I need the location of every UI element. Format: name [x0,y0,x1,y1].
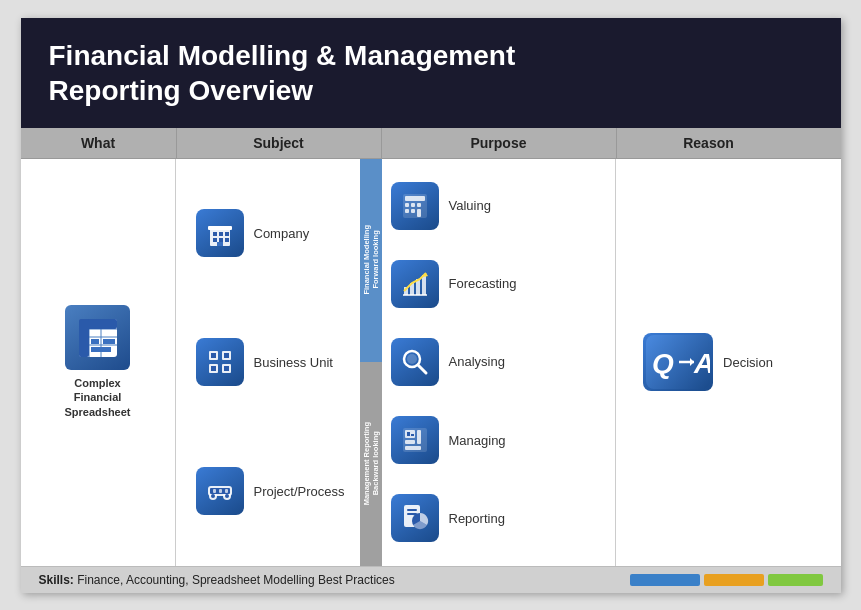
svg-rect-44 [417,209,421,217]
band-container: Financial ModellingForward looking Manag… [360,159,382,566]
col-header-what: What [21,128,176,158]
project-icon [196,467,244,515]
subject-item-project: Project/Process [196,467,345,515]
svg-rect-17 [219,238,223,242]
svg-rect-12 [208,226,232,230]
svg-rect-39 [405,203,409,207]
svg-rect-18 [225,238,229,242]
spreadsheet-icon [65,305,130,370]
subject-item-company: Company [196,209,310,257]
svg-rect-15 [225,232,229,236]
svg-rect-38 [405,196,425,201]
forecasting-icon [391,260,439,308]
svg-point-32 [225,494,229,498]
purpose-item-reporting: Reporting [391,494,605,542]
svg-rect-48 [422,275,426,295]
svg-rect-62 [407,509,417,511]
subject-label-project: Project/Process [254,484,345,499]
purpose-label-valuing: Valuing [449,198,491,213]
valuing-icon [391,182,439,230]
band-bottom-text: Management ReportingBackward looking [362,422,380,505]
company-icon [196,209,244,257]
reporting-icon [391,494,439,542]
svg-point-52 [407,354,417,364]
svg-text:A: A [693,348,710,379]
purpose-label-forecasting: Forecasting [449,276,517,291]
purpose-item-analysing: Analysing [391,338,605,386]
svg-rect-25 [224,353,229,358]
reason-label-decision: Decision [723,355,773,370]
footer: Skills: Finance, Accounting, Spreadsheet… [21,566,841,593]
footer-bar-2 [704,574,764,586]
svg-rect-10 [91,347,111,352]
main-content: ComplexFinancialSpreadsheet [21,159,841,566]
columns-header: What Subject Purpose Reason [21,128,841,159]
svg-rect-58 [405,446,421,450]
svg-rect-26 [211,366,216,371]
what-item: ComplexFinancialSpreadsheet [64,305,130,419]
svg-rect-7 [79,319,89,357]
header-title: Financial Modelling & ManagementReportin… [49,38,516,108]
svg-point-31 [211,494,215,498]
col-header-purpose: Purpose [381,128,616,158]
slide: Financial Modelling & ManagementReportin… [21,18,841,593]
svg-rect-27 [224,366,229,371]
subject-label-business-unit: Business Unit [254,355,333,370]
col-header-reason: Reason [616,128,801,158]
svg-rect-57 [405,440,415,444]
subject-label-company: Company [254,226,310,241]
decision-icon: Q A [643,333,713,391]
analysing-icon [391,338,439,386]
col-header-subject: Subject [176,128,381,158]
reason-item-decision: Q A Decision [643,333,773,391]
purpose-item-valuing: Valuing [391,182,605,230]
band-top: Financial ModellingForward looking [360,159,382,363]
purpose-label-analysing: Analysing [449,354,505,369]
footer-skills-label: Skills: [39,573,74,587]
svg-rect-16 [213,238,217,242]
purpose-label-reporting: Reporting [449,511,505,526]
svg-rect-14 [219,232,223,236]
svg-rect-34 [213,489,216,493]
svg-rect-60 [411,434,414,436]
svg-rect-56 [417,430,421,444]
svg-rect-9 [103,339,115,344]
svg-rect-43 [411,209,415,213]
svg-rect-19 [217,242,223,246]
svg-rect-8 [91,339,99,344]
purpose-column: Valuing Forec [381,159,616,566]
svg-rect-42 [405,209,409,213]
header: Financial Modelling & ManagementReportin… [21,18,841,128]
business-unit-icon [196,338,244,386]
managing-icon [391,416,439,464]
footer-bar-1 [630,574,700,586]
svg-rect-36 [225,489,228,493]
footer-bar-3 [768,574,823,586]
purpose-label-managing: Managing [449,433,506,448]
subject-column: Company Business Unit [176,159,381,566]
footer-skills-value: Finance, Accounting, Spreadsheet Modelli… [77,573,395,587]
svg-rect-40 [411,203,415,207]
subject-item-business-unit: Business Unit [196,338,333,386]
svg-rect-35 [219,489,222,493]
svg-text:Q: Q [652,348,674,379]
svg-line-53 [418,365,426,373]
band-top-text: Financial ModellingForward looking [362,225,380,295]
what-label: ComplexFinancialSpreadsheet [64,376,130,419]
svg-rect-59 [407,432,410,436]
footer-bars [630,574,823,586]
purpose-item-forecasting: Forecasting [391,260,605,308]
footer-skills-text: Skills: Finance, Accounting, Spreadsheet… [39,573,395,587]
svg-rect-41 [417,203,421,207]
svg-rect-13 [213,232,217,236]
svg-rect-24 [211,353,216,358]
what-column: ComplexFinancialSpreadsheet [21,159,176,566]
reason-column: Q A Decision [616,159,801,566]
band-bottom: Management ReportingBackward looking [360,362,382,566]
purpose-item-managing: Managing [391,416,605,464]
